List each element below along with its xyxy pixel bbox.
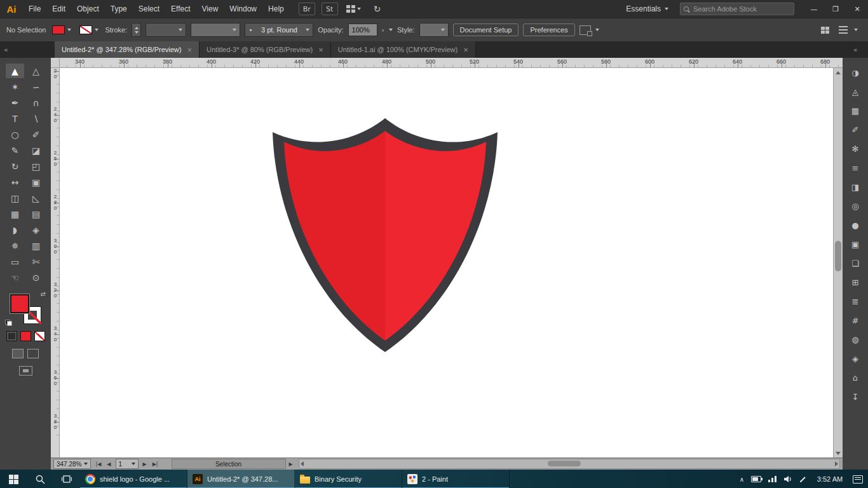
toolbar-collapse-icon[interactable]: «: [0, 41, 55, 58]
paintbrush-tool[interactable]: ✐: [27, 127, 45, 142]
workspace-switcher[interactable]: Essentials: [626, 4, 668, 13]
curvature-tool[interactable]: ∩: [27, 95, 45, 110]
menu-item[interactable]: Select: [133, 0, 165, 18]
status-flyout-icon[interactable]: ▶: [289, 461, 293, 467]
stock-search-box[interactable]: [680, 3, 794, 15]
type-tool[interactable]: T: [6, 111, 24, 126]
fill-color-dropdown[interactable]: [50, 24, 73, 36]
arrange-documents-grid-icon[interactable]: [817, 24, 832, 36]
taskbar-app-button[interactable]: Binary Security: [295, 470, 402, 488]
rotate-tool[interactable]: ↻: [6, 159, 24, 173]
stroke-icon[interactable]: ≡: [845, 158, 865, 177]
free-transform-tool[interactable]: ▣: [27, 175, 45, 189]
tab-close-icon[interactable]: ×: [318, 46, 323, 54]
fill-proxy[interactable]: [10, 294, 29, 313]
close-button[interactable]: ✕: [846, 0, 868, 18]
document-tab[interactable]: Untitled-1.ai @ 100% (CMYK/Preview) ×: [331, 41, 476, 58]
preferences-button[interactable]: Preferences: [523, 24, 574, 36]
network-icon[interactable]: [768, 476, 776, 482]
bridge-icon[interactable]: Br: [299, 3, 315, 15]
horizontal-scroll-thumb[interactable]: [548, 461, 581, 466]
taskbar-app-button[interactable]: Untitled-2* @ 347.28...: [187, 470, 295, 488]
minimize-button[interactable]: —: [803, 0, 825, 18]
next-artboard-icon[interactable]: ▶: [142, 461, 148, 467]
arrange-documents-icon[interactable]: [344, 3, 363, 15]
chevron-down-icon[interactable]: [595, 29, 599, 31]
scroll-down-icon[interactable]: [834, 449, 843, 458]
symbol-sprayer-tool[interactable]: ✵: [6, 238, 24, 253]
menu-item[interactable]: File: [23, 0, 46, 18]
libraries-icon[interactable]: ⌂: [845, 368, 865, 387]
style-dropdown[interactable]: [419, 23, 449, 37]
opacity-field[interactable]: 100%: [348, 24, 377, 36]
perspective-grid-tool[interactable]: ◺: [27, 191, 45, 205]
menu-item[interactable]: Object: [71, 0, 105, 18]
magic-wand-tool[interactable]: ✶: [6, 79, 24, 94]
screen-mode-icon[interactable]: [19, 366, 32, 376]
scroll-up-icon[interactable]: [834, 68, 843, 77]
pathfinder-icon[interactable]: ◍: [845, 330, 865, 349]
default-fill-stroke-icon[interactable]: [5, 320, 12, 326]
gradient-tool[interactable]: ▤: [27, 207, 45, 221]
document-setup-button[interactable]: Document Setup: [453, 24, 519, 36]
sync-settings-icon[interactable]: ↻: [370, 3, 385, 15]
layers-icon[interactable]: ❏: [845, 254, 865, 273]
volume-icon[interactable]: [783, 475, 792, 483]
swatches-icon[interactable]: ▦: [845, 101, 865, 120]
asset-export-icon[interactable]: ↧: [845, 387, 865, 406]
scroll-left-icon[interactable]: [301, 461, 304, 466]
draw-behind-icon[interactable]: [27, 349, 39, 358]
width-profile-dropdown[interactable]: [191, 23, 240, 37]
none-button[interactable]: [34, 331, 45, 341]
last-artboard-icon[interactable]: ▶|: [151, 461, 159, 467]
swap-fill-stroke-icon[interactable]: ⇄: [41, 290, 46, 297]
navigator-icon[interactable]: ◈: [845, 349, 865, 368]
menu-item[interactable]: Window: [224, 0, 262, 18]
line-segment-tool[interactable]: ∖: [27, 111, 45, 126]
color-button[interactable]: [6, 331, 17, 341]
action-center-icon[interactable]: [853, 475, 863, 484]
artboards-icon[interactable]: ⊞: [845, 273, 865, 292]
tab-close-icon[interactable]: ×: [187, 46, 192, 54]
opacity-chevron-icon[interactable]: [389, 29, 393, 31]
ruler-corner[interactable]: [51, 58, 60, 68]
slice-tool[interactable]: ✄: [27, 254, 45, 269]
direct-selection-tool[interactable]: △: [27, 64, 45, 78]
transform-icon[interactable]: #: [845, 311, 865, 330]
shield-artwork[interactable]: [60, 68, 833, 458]
draw-normal-icon[interactable]: [12, 349, 24, 358]
blend-tool[interactable]: ◈: [27, 222, 45, 237]
zoom-level-dropdown[interactable]: 347.28%: [53, 459, 91, 469]
menu-item[interactable]: View: [196, 0, 224, 18]
search-input[interactable]: [692, 4, 790, 13]
clock[interactable]: 3:52 AM: [814, 475, 846, 483]
artboard-tool[interactable]: ▭: [6, 254, 24, 269]
taskbar-search-button[interactable]: [27, 470, 53, 488]
battery-icon[interactable]: [751, 476, 761, 482]
document-tab[interactable]: Untitled-3* @ 80% (RGB/Preview) ×: [200, 41, 331, 58]
column-graph-tool[interactable]: ▥: [27, 238, 45, 253]
eraser-tool[interactable]: ◪: [27, 143, 45, 158]
menu-item[interactable]: Help: [262, 0, 290, 18]
previous-artboard-icon[interactable]: ◀: [105, 461, 112, 467]
vertical-ruler[interactable]: 220240260280300320340360380: [51, 68, 60, 458]
touch-workspace-icon[interactable]: [580, 25, 591, 35]
task-view-button[interactable]: [53, 470, 80, 488]
hand-tool[interactable]: ☜: [6, 270, 24, 285]
scroll-right-icon[interactable]: [835, 461, 838, 466]
stroke-weight-dropdown[interactable]: [146, 23, 186, 37]
taskbar-app-button[interactable]: 2 - Paint: [402, 470, 510, 488]
first-artboard-icon[interactable]: |◀: [94, 461, 102, 467]
pen-tool[interactable]: ✒: [6, 95, 24, 110]
hidden-icons-chevron-icon[interactable]: ∧: [740, 476, 744, 483]
chevron-down-icon[interactable]: [854, 29, 858, 31]
brush-definition-dropdown[interactable]: • 3 pt. Round: [245, 23, 313, 37]
menu-item[interactable]: Effect: [165, 0, 196, 18]
artboard-navigation-dropdown[interactable]: 1: [116, 459, 139, 469]
gradient-panel-icon[interactable]: ◨: [845, 177, 865, 196]
restore-button[interactable]: ❐: [825, 0, 846, 18]
mesh-tool[interactable]: ▦: [6, 207, 24, 221]
width-tool[interactable]: ↔: [6, 175, 24, 189]
symbols-icon[interactable]: ✻: [845, 139, 865, 158]
document-tab[interactable]: Untitled-2* @ 347.28% (RGB/Preview) ×: [55, 41, 200, 58]
